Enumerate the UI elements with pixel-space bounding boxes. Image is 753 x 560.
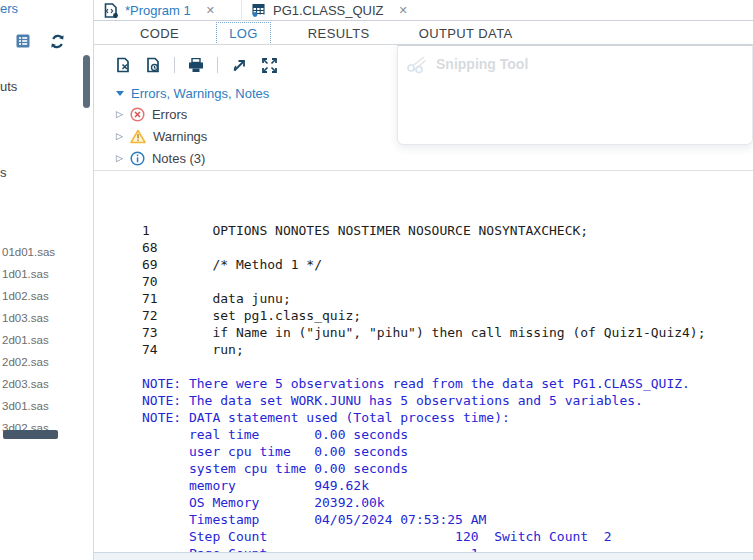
tree-item-label: Warnings (153, 129, 207, 144)
scissors-icon (406, 54, 428, 74)
tree-item-notes[interactable]: ▷ Notes (3) (116, 151, 205, 166)
errors-warnings-notes-header[interactable]: Errors, Warnings, Notes (116, 86, 269, 101)
log-line: Step Count 120 Switch Count 2 (142, 528, 706, 545)
log-line: NOTE: The data set WORK.JUNU has 5 obser… (142, 392, 706, 409)
log-line: memory 949.62k (142, 477, 706, 494)
info-icon (130, 151, 145, 166)
log-line: 74 run; (142, 341, 706, 358)
chevron-right-icon[interactable]: ▷ (116, 132, 123, 141)
warning-icon (130, 129, 146, 144)
chevron-right-icon[interactable]: ▷ (116, 110, 123, 119)
main-content: *Program 1 ✕ PG1.CLASS_QUIZ ✕ CODE LOG R… (94, 0, 753, 560)
ghost-window-title: Snipping Tool (436, 56, 528, 72)
save-log-icon[interactable] (144, 56, 162, 74)
log-line (142, 358, 706, 375)
tree-item-errors[interactable]: ▷ Errors (116, 107, 187, 122)
file-list-item[interactable]: 1d01.sas (2, 268, 49, 280)
tab-pg1-class-quiz[interactable]: PG1.CLASS_QUIZ ✕ (241, 0, 420, 21)
tab-label: *Program 1 (125, 3, 191, 18)
log-line: NOTE: There were 5 observations read fro… (142, 375, 706, 392)
log-line: OS Memory 20392.00k (142, 494, 706, 511)
file-list-item[interactable]: 2d03.sas (2, 378, 49, 390)
maximize-icon[interactable] (260, 56, 278, 74)
log-line: Page Count 1 (142, 545, 706, 552)
tree-item-label: Errors (152, 107, 187, 122)
tree-item-warnings[interactable]: ▷ Warnings (116, 129, 207, 144)
refresh-icon[interactable] (48, 32, 66, 50)
log-toolbar (114, 52, 278, 78)
log-line: 1 OPTIONS NONOTES NOSTIMER NOSOURCE NOSY… (142, 222, 706, 239)
tab-results[interactable]: RESULTS (296, 23, 382, 44)
close-icon[interactable]: ✕ (399, 5, 408, 16)
file-list-item[interactable]: 2d02.sas (2, 356, 49, 368)
log-output-area: 1 OPTIONS NONOTES NOSTIMER NOSOURCE NOSY… (94, 171, 753, 552)
tab-log[interactable]: LOG (216, 22, 271, 45)
file-list-item[interactable]: 01d01.sas (2, 246, 55, 258)
list-view-icon[interactable] (14, 32, 32, 50)
tab-code[interactable]: CODE (128, 23, 191, 44)
log-line: 70 (142, 273, 706, 290)
tree-item-label: Notes (3) (152, 151, 205, 166)
file-list-item[interactable]: 1d02.sas (2, 290, 49, 302)
file-list-item[interactable]: 3d01.sas (2, 400, 49, 412)
panel-partial-label: uts (0, 79, 17, 94)
panel-horizontal-scrollbar[interactable] (3, 430, 58, 439)
chevron-down-icon (116, 91, 124, 96)
tab-output-data[interactable]: OUTPUT DATA (407, 23, 525, 44)
sas-studio-app: ers uts s 01d01.sas1d01 (0, 0, 753, 560)
table-icon (252, 3, 266, 17)
log-line: system cpu time 0.00 seconds (142, 460, 706, 477)
program-file-icon (104, 3, 118, 18)
log-text: 1 OPTIONS NONOTES NOSTIMER NOSOURCE NOSY… (142, 222, 706, 552)
toolbar-divider (174, 57, 175, 73)
error-icon (130, 107, 145, 122)
panel-vertical-scrollbar[interactable] (83, 55, 90, 108)
ewn-header-label: Errors, Warnings, Notes (131, 86, 269, 101)
log-line: 72 set pg1.class_quiz; (142, 307, 706, 324)
file-list-item[interactable]: 1d03.sas (2, 312, 49, 324)
log-line: real time 0.00 seconds (142, 426, 706, 443)
clear-log-icon[interactable] (114, 56, 132, 74)
open-new-window-icon[interactable] (230, 56, 248, 74)
log-line: NOTE: DATA statement used (Total process… (142, 409, 706, 426)
log-line: 71 data junu; (142, 290, 706, 307)
print-log-icon[interactable] (187, 56, 205, 74)
log-line: Timestamp 04/05/2024 07:53:25 AM (142, 511, 706, 528)
log-horizontal-scrollbar-track[interactable] (94, 552, 753, 560)
snipping-tool-ghost-window: Snipping Tool (397, 45, 753, 145)
log-line: 73 if Name in ("junu", "pihu") then call… (142, 324, 706, 341)
panel-partial-link[interactable]: ers (0, 1, 18, 16)
panel-partial-label: s (0, 165, 7, 180)
file-list-item[interactable]: 2d01.sas (2, 334, 49, 346)
log-line: 68 (142, 239, 706, 256)
log-line: 69 /* Method 1 */ (142, 256, 706, 273)
log-line: user cpu time 0.00 seconds (142, 443, 706, 460)
left-navigation-panel: ers uts s 01d01.sas1d01 (0, 0, 93, 560)
close-icon[interactable]: ✕ (206, 5, 215, 16)
view-subtabs: CODE LOG RESULTS OUTPUT DATA (94, 22, 753, 44)
tab-label: PG1.CLASS_QUIZ (273, 3, 384, 18)
toolbar-divider (217, 57, 218, 73)
editor-tabbar: *Program 1 ✕ PG1.CLASS_QUIZ ✕ (94, 0, 753, 21)
tab-program-1[interactable]: *Program 1 ✕ (94, 0, 227, 21)
chevron-right-icon[interactable]: ▷ (116, 154, 123, 163)
